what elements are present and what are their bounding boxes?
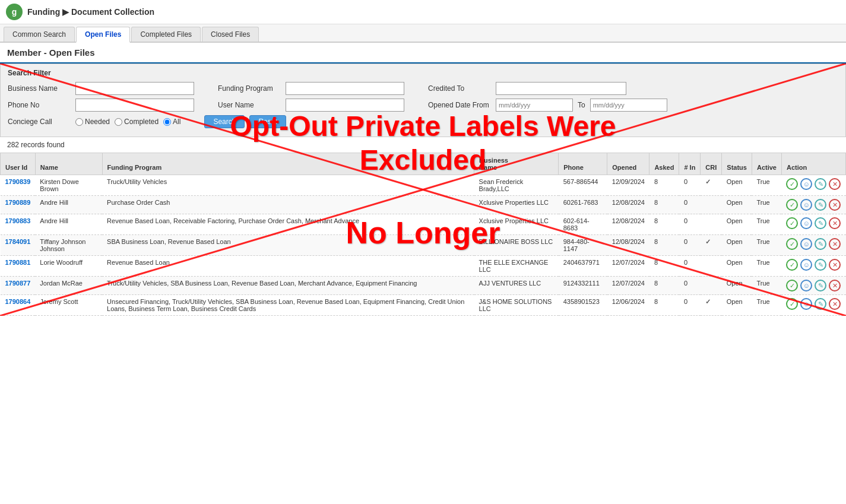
radio-completed[interactable]: [115, 118, 122, 126]
user-id-link[interactable]: 1790839: [5, 178, 31, 185]
cell-num-in: 0: [679, 214, 701, 235]
action-check-icon[interactable]: ✓: [786, 199, 798, 211]
col-header-user-id: User Id: [1, 153, 36, 175]
action-edit-icon[interactable]: ✎: [815, 217, 826, 229]
cell-phone: 602-614-8683: [559, 214, 607, 235]
action-user-icon[interactable]: ☺: [800, 178, 812, 190]
col-header-status: Status: [722, 153, 752, 175]
table-row: 1790883 Andre Hill Revenue Based Loan, R…: [1, 214, 846, 235]
tab-common-search[interactable]: Common Search: [4, 27, 75, 42]
cell-opened: 12/08/2024: [607, 214, 649, 235]
cell-funding-program: Purchase Order Cash: [102, 196, 474, 214]
radio-needed[interactable]: [75, 118, 83, 126]
action-close-icon[interactable]: ✕: [829, 199, 841, 211]
cell-phone: 567-886544: [559, 175, 607, 196]
radio-all[interactable]: [163, 118, 171, 126]
cell-action: ✓ ☺ ✎ ✕: [781, 196, 845, 214]
action-close-icon[interactable]: ✕: [829, 259, 841, 271]
cell-business-name: THE ELLE EXCHANGE LLC: [474, 256, 559, 277]
cell-status: Open: [722, 295, 752, 316]
tab-bar: Common Search Open Files Completed Files…: [0, 24, 846, 43]
cell-opened: 12/08/2024: [607, 196, 649, 214]
cell-active: True: [752, 235, 781, 256]
breadcrumb-funding[interactable]: Funding: [27, 7, 60, 17]
radio-needed-label[interactable]: Needed: [75, 118, 110, 126]
action-check-icon[interactable]: ✓: [786, 178, 798, 190]
action-edit-icon[interactable]: ✎: [815, 238, 826, 250]
user-id-link[interactable]: 1790889: [5, 199, 31, 206]
filter-row-3: Conciege Call Needed Completed All: [8, 115, 838, 128]
action-edit-icon[interactable]: ✎: [815, 199, 826, 211]
filter-opened-date: Opened Date From To: [428, 99, 667, 112]
action-user-icon[interactable]: ☺: [800, 259, 812, 271]
action-check-icon[interactable]: ✓: [786, 217, 798, 229]
user-id-link[interactable]: 1790864: [5, 298, 31, 305]
action-user-icon[interactable]: ☺: [800, 238, 812, 250]
filter-credited-to: Credited To: [428, 82, 626, 95]
action-close-icon[interactable]: ✕: [829, 217, 841, 229]
action-user-icon[interactable]: ☺: [800, 199, 812, 211]
tab-open-files[interactable]: Open Files: [76, 27, 130, 43]
conciege-call-label: Conciege Call: [8, 118, 73, 126]
cell-funding-program: Revenue Based Loan, Receivable Factoring…: [102, 214, 474, 235]
credited-to-input[interactable]: [496, 82, 626, 95]
search-button[interactable]: Search: [204, 115, 245, 128]
col-header-opened: Opened: [607, 153, 649, 175]
action-close-icon[interactable]: ✕: [829, 178, 841, 190]
user-id-link[interactable]: 1784091: [5, 238, 31, 245]
tab-completed-files[interactable]: Completed Files: [131, 27, 201, 42]
cell-user-id: 1790839: [1, 175, 36, 196]
tab-closed-files[interactable]: Closed Files: [202, 27, 259, 42]
action-close-icon[interactable]: ✕: [829, 238, 841, 250]
reset-button[interactable]: Reset: [249, 115, 286, 128]
col-header-action: Action: [781, 153, 845, 175]
cell-phone: 4358901523: [559, 295, 607, 316]
action-check-icon[interactable]: ✓: [786, 238, 798, 250]
cell-funding-program: SBA Business Loan, Revenue Based Loan: [102, 235, 474, 256]
action-check-icon[interactable]: ✓: [786, 259, 798, 271]
action-check-icon[interactable]: ✓: [786, 298, 798, 310]
user-id-link[interactable]: 1790883: [5, 217, 31, 224]
main-content: Opt-Out Private Labels Were Excluded No …: [0, 64, 846, 316]
action-user-icon[interactable]: ☺: [800, 280, 812, 291]
funding-program-input[interactable]: [286, 82, 404, 95]
col-header-funding-program: Funding Program: [102, 153, 474, 175]
col-header-num-in: # In: [679, 153, 701, 175]
opened-date-to-input[interactable]: [590, 99, 667, 112]
col-header-name: Name: [35, 153, 102, 175]
cell-name: Lorie Woodruff: [35, 256, 102, 277]
cell-name: Tiffany Johnson Johnson: [35, 235, 102, 256]
user-id-link[interactable]: 1790877: [5, 280, 31, 287]
cell-active: True: [752, 196, 781, 214]
cell-funding-program: Truck/Utility Vehicles, SBA Business Loa…: [102, 277, 474, 295]
cell-user-id: 1784091: [1, 235, 36, 256]
action-user-icon[interactable]: ☺: [800, 217, 812, 229]
action-edit-icon[interactable]: ✎: [815, 280, 826, 291]
action-edit-icon[interactable]: ✎: [815, 298, 826, 310]
user-name-input[interactable]: [286, 99, 404, 112]
table-row: 1790839 Kirsten Dowe Brown Truck/Utility…: [1, 175, 846, 196]
action-close-icon[interactable]: ✕: [829, 280, 841, 291]
filter-business-name: Business Name: [8, 82, 194, 95]
business-name-input[interactable]: [75, 82, 194, 95]
radio-completed-label[interactable]: Completed: [115, 118, 159, 126]
user-id-link[interactable]: 1790881: [5, 259, 31, 266]
radio-all-label[interactable]: All: [163, 118, 180, 126]
cell-cri: [701, 256, 722, 277]
table-row: 1784091 Tiffany Johnson Johnson SBA Busi…: [1, 235, 846, 256]
cell-opened: 12/07/2024: [607, 277, 649, 295]
opened-date-from-input[interactable]: [496, 99, 573, 112]
cell-status: Open: [722, 175, 752, 196]
filter-funding-program: Funding Program: [218, 82, 404, 95]
action-user-icon[interactable]: ☺: [800, 298, 812, 310]
action-close-icon[interactable]: ✕: [829, 298, 841, 310]
cell-opened: 12/08/2024: [607, 235, 649, 256]
cell-status: Open: [722, 256, 752, 277]
table-row: 1790864 Jeremy Scott Unsecured Financing…: [1, 295, 846, 316]
cell-active: True: [752, 256, 781, 277]
app-header: g Funding ▶ Document Collection: [0, 0, 846, 24]
action-edit-icon[interactable]: ✎: [815, 259, 826, 271]
action-check-icon[interactable]: ✓: [786, 280, 798, 291]
phone-no-input[interactable]: [75, 99, 194, 112]
action-edit-icon[interactable]: ✎: [815, 178, 826, 190]
